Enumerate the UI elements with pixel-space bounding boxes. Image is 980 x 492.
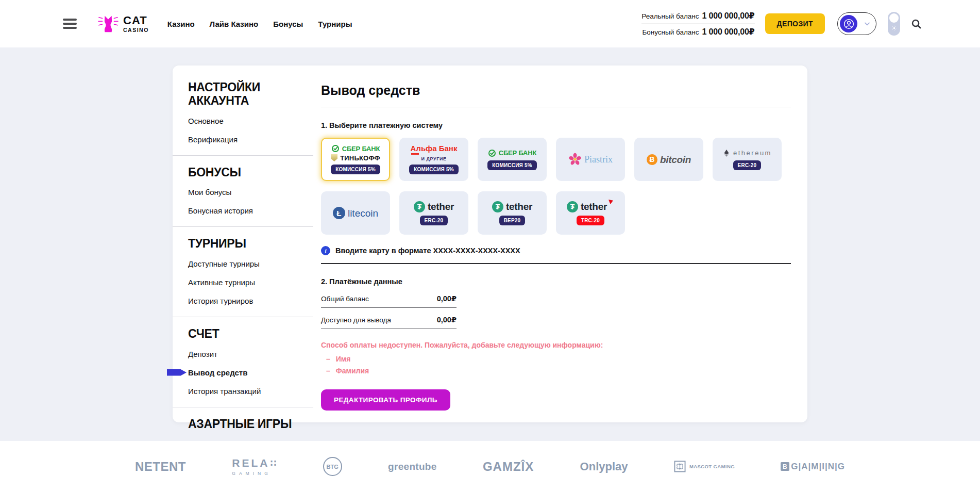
nav-item-turniry[interactable]: Турниры	[318, 20, 352, 28]
sidebar-item-label: Бонусная история	[188, 206, 253, 215]
active-pointer-icon	[167, 369, 187, 376]
payment-method-line: И ДРУГИЕ	[421, 156, 446, 161]
litecoin-label: litecoin	[348, 208, 378, 218]
toggle-knob	[889, 13, 899, 23]
sidebar: НАСТРОЙКИ АККАУНТАОсновноеВерификацияБОН…	[173, 65, 321, 422]
payment-method-line: СБЕР БАНК	[331, 144, 380, 153]
sidebar-section: БОНУСЫМои бонусыБонусная история	[173, 166, 313, 227]
provider-logo-mascot: MASCOT GAMING	[674, 461, 735, 472]
sidebar-item-label: Мои бонусы	[188, 188, 231, 196]
payment-method-line: Łlitecoin	[333, 207, 378, 219]
edit-profile-button[interactable]: РЕДАКТИРОВАТЬ ПРОФИЛЬ	[321, 389, 450, 411]
provider-logo-relax: RELA∷GAMING	[232, 457, 277, 476]
payment-method-line: ₮tether	[567, 201, 614, 212]
nav-item-kazino[interactable]: Казино	[167, 20, 195, 28]
account-menu[interactable]	[837, 12, 876, 35]
provider-logo-text: RELA∷	[232, 457, 277, 469]
piastrix-flower-icon	[568, 153, 582, 166]
balance-row: Реальный баланс1 000 000,00₽	[641, 9, 754, 24]
sidebar-item-osnovnoe[interactable]: Основное	[188, 117, 300, 125]
tinkoff-shield-icon	[331, 154, 337, 161]
sidebar-section-title: АЗАРТНЫЕ ИГРЫ	[188, 418, 300, 431]
main-nav: КазиноЛайв КазиноБонусыТурниры	[167, 20, 352, 28]
payment-method-tether-erc20[interactable]: ₮tetherERC-20	[399, 191, 468, 235]
payment-method-alfa-bank[interactable]: Альфа БанкИ ДРУГИЕКОМИССИЯ 5%	[399, 138, 468, 181]
balance-summary-row: Общий баланс0,00₽	[321, 287, 457, 308]
balance-summary-label: Доступно для вывода	[321, 316, 391, 324]
info-text: Вводите карту в формате ХХХХ-ХХХХ-ХХХХ-Х…	[335, 247, 520, 255]
theme-toggle[interactable]	[888, 12, 900, 36]
ethereum-label: ethereum	[733, 150, 772, 156]
sidebar-item-label: Основное	[188, 117, 224, 125]
balance-label: Реальный баланс	[641, 12, 699, 20]
chevron-down-icon	[863, 20, 871, 28]
provider-logo-text: GAMING	[232, 471, 277, 476]
payment-method-bitcoin[interactable]: Ƀbitcoin	[634, 138, 703, 181]
sidebar-item-vyvod-sredstv[interactable]: Вывод средств	[188, 368, 300, 377]
sidebar-item-aktivnye-turniry[interactable]: Активные турниры	[188, 278, 300, 287]
tether-label: tether	[581, 202, 607, 211]
sidebar-section: НАСТРОЙКИ АККАУНТАОсновноеВерификация	[173, 81, 313, 156]
nav-item-live-kazino[interactable]: Лайв Казино	[210, 20, 259, 28]
litecoin-icon: Ł	[333, 207, 345, 219]
provider-logo-text: G|A|M|I|N|G	[791, 462, 845, 472]
payment-method-sber-tinkoff[interactable]: СБЕР БАНКТИНЬКОФФКОМИССИЯ 5%	[321, 138, 390, 181]
sber-label: СБЕР БАНК	[499, 150, 536, 156]
nav-item-bonusy[interactable]: Бонусы	[273, 20, 303, 28]
commission-badge: BEP20	[499, 216, 526, 225]
sber-icon	[488, 149, 496, 157]
hamburger-menu-icon[interactable]	[63, 19, 77, 29]
header: CAT CASINO КазиноЛайв КазиноБонусыТурнир…	[0, 0, 980, 47]
deposit-button[interactable]: ДЕПОЗИТ	[765, 13, 825, 34]
sidebar-section-title: СЧЕТ	[188, 327, 300, 341]
tether-label: tether	[506, 202, 532, 211]
provider-logo-btg: BTG	[323, 457, 342, 476]
sun-icon	[891, 25, 897, 31]
tron-icon	[609, 200, 613, 204]
search-icon[interactable]	[910, 18, 922, 30]
sidebar-item-moi-bonusy[interactable]: Мои бонусы	[188, 188, 300, 196]
payment-method-line: Альфа Банк	[411, 144, 458, 155]
sidebar-item-istoriya-turnirov[interactable]: История турниров	[188, 297, 300, 305]
sidebar-item-verifikaciya[interactable]: Верификация	[188, 135, 300, 144]
divider	[321, 107, 791, 107]
balances: Реальный баланс1 000 000,00₽Бонусный бал…	[641, 9, 754, 38]
payment-method-piastrix[interactable]: Piastrix	[556, 138, 625, 181]
payment-method-litecoin[interactable]: Łlitecoin	[321, 191, 390, 235]
sidebar-item-bonusnaya-istoriya[interactable]: Бонусная история	[188, 206, 300, 215]
balance-label: Бонусный баланс	[642, 28, 699, 36]
commission-badge: TRC-20	[577, 216, 604, 225]
piastrix-label: Piastrix	[584, 155, 613, 164]
sidebar-section-title: БОНУСЫ	[188, 166, 300, 179]
provider-logo-greentube: greentube	[388, 461, 437, 472]
missing-field-item: Имя	[326, 355, 791, 363]
sidebar-section: ТУРНИРЫДоступные турнирыАктивные турниры…	[173, 237, 313, 317]
sidebar-item-label: Вывод средств	[188, 368, 247, 377]
sidebar-item-label: Депозит	[188, 350, 217, 358]
sidebar-item-istoriya-tranzakcij[interactable]: История транзакций	[188, 387, 300, 396]
relax-dots-icon: ∷	[271, 458, 277, 469]
commission-badge: ERC-20	[733, 160, 762, 170]
mascot-ornament-icon	[674, 461, 686, 472]
payment-method-line: Ƀbitcoin	[647, 154, 691, 165]
payment-method-line: ethereum	[722, 149, 772, 157]
commission-badge: ERC-20	[420, 216, 448, 225]
sidebar-item-dostupnye-turniry[interactable]: Доступные турниры	[188, 259, 300, 268]
payment-method-tether-trc20[interactable]: ₮tetherTRC-20	[556, 191, 625, 235]
payment-method-ethereum[interactable]: ethereumERC-20	[713, 138, 782, 181]
logo[interactable]: CAT CASINO	[97, 14, 149, 34]
sidebar-item-label: Активные турниры	[188, 278, 255, 287]
payment-method-line: ТИНЬКОФФ	[331, 154, 380, 161]
info-icon: i	[321, 246, 330, 255]
tether-icon: ₮	[414, 201, 425, 212]
sber-icon	[331, 144, 340, 153]
footer-providers: NETENTRELA∷GAMINGBTGgreentubeGAMZÎXOnlyp…	[0, 441, 980, 492]
provider-logo-text: MASCOT GAMING	[689, 464, 735, 469]
sidebar-item-depozit[interactable]: Депозит	[188, 350, 300, 358]
payment-method-sber-bank[interactable]: СБЕР БАНККОМИССИЯ 5%	[478, 138, 547, 181]
provider-logo-bgaming: BG|A|M|I|N|G	[781, 462, 845, 472]
alfa-label: Альфа Банк	[411, 144, 458, 152]
warning-text: Способ оплаты недоступен. Пожалуйста, до…	[321, 341, 791, 349]
payment-method-tether-bep20[interactable]: ₮tetherBEP20	[478, 191, 547, 235]
provider-logo-netent: NETENT	[135, 460, 186, 474]
